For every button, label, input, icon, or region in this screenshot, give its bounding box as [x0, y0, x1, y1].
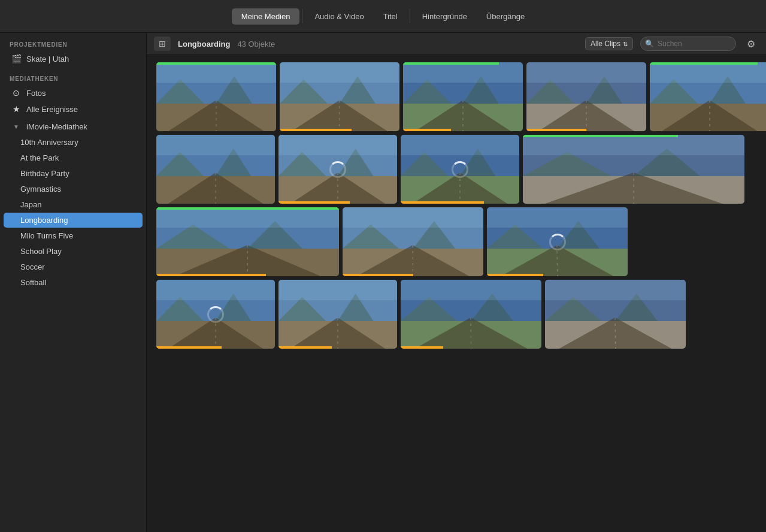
star-icon: ★ [11, 104, 22, 114]
tab-titel[interactable]: Titel [374, 8, 407, 25]
sidebar-item-label: Milo Turns Five [20, 231, 133, 240]
tab-uebergaenge[interactable]: Übergänge [477, 8, 534, 25]
svg-rect-83 [343, 207, 483, 228]
content-count: 43 Objekte [237, 40, 275, 49]
sidebar-item-10th-anniversary[interactable]: 10th Anniversary [4, 135, 143, 150]
main-layout: PROJEKTMEDIEN 🎬 Skate | Utah MEDIATHEKEN… [0, 33, 766, 532]
clip-row [156, 62, 756, 131]
sidebar-item-softball[interactable]: Softball [4, 275, 143, 290]
sidebar-item-fotos[interactable]: ⊙ Fotos [4, 85, 143, 101]
sidebar-item-imovie-library[interactable]: ▼ iMovie-Mediathek [4, 119, 143, 134]
clip-thumbnail[interactable] [650, 62, 766, 131]
clip-green-bar [523, 135, 678, 137]
tab-meine-medien[interactable]: Meine Medien [232, 8, 300, 25]
sidebar-item-label: Softball [20, 278, 133, 287]
clip-thumbnail[interactable] [526, 62, 646, 131]
svg-rect-20 [403, 62, 523, 83]
sidebar-item-label: Soccer [20, 262, 133, 271]
clip-thumbnail[interactable] [156, 135, 275, 204]
clip-thumbnail[interactable] [401, 135, 519, 204]
mediatheken-section-label: MEDIATHEKEN [0, 67, 146, 84]
clip-spinner [549, 234, 566, 250]
tab-hintergruende[interactable]: Hintergründe [413, 8, 477, 25]
top-navigation: Meine Medien Audio & Video Titel Hinterg… [0, 0, 766, 33]
sidebar-item-label: Birthday Party [20, 169, 133, 178]
svg-rect-97 [156, 280, 275, 300]
clip-orange-bar [401, 201, 484, 204]
clip-orange-bar [278, 201, 350, 204]
sidebar-item-label: Alle Ereignisse [26, 105, 133, 114]
clip-orange-bar [403, 129, 451, 131]
clip-spinner [452, 161, 468, 178]
fotos-icon: ⊙ [11, 88, 22, 98]
clip-thumbnail[interactable] [343, 207, 483, 276]
sidebar-item-school-play[interactable]: School Play [4, 244, 143, 259]
content-toolbar: ⊞ Longboarding 43 Objekte Alle Clips ⇅ 🔍… [147, 33, 766, 55]
svg-rect-27 [526, 62, 646, 83]
clip-orange-bar [401, 346, 443, 349]
clip-row [156, 280, 756, 349]
sidebar-item-gymnastics[interactable]: Gymnastics [4, 182, 143, 197]
sidebar-item-birthday-party[interactable]: Birthday Party [4, 166, 143, 181]
toggle-view-button[interactable]: ⊞ [154, 37, 171, 51]
clip-grid [147, 55, 766, 532]
svg-rect-118 [545, 280, 686, 300]
sidebar-item-at-the-park[interactable]: At the Park [4, 150, 143, 165]
sidebar-item-label: iMovie-Mediathek [26, 122, 133, 131]
clip-orange-bar [156, 346, 222, 349]
clips-filter-label: Alle Clips [591, 40, 620, 48]
clip-thumbnail[interactable] [278, 280, 397, 349]
svg-rect-13 [280, 62, 399, 83]
sidebar-item-label: Gymnastics [20, 185, 133, 194]
clips-filter-dropdown[interactable]: Alle Clips ⇅ [585, 37, 633, 50]
sidebar-item-alle-ereignisse[interactable]: ★ Alle Ereignisse [4, 101, 143, 117]
clip-orange-bar [526, 129, 586, 131]
clip-green-bar [156, 62, 276, 65]
svg-rect-104 [278, 280, 397, 300]
sidebar-item-milo-turns-five[interactable]: Milo Turns Five [4, 228, 143, 243]
svg-rect-111 [401, 280, 541, 300]
divider-1 [302, 9, 302, 23]
clip-thumbnail[interactable] [403, 62, 523, 131]
svg-rect-34 [650, 62, 766, 83]
settings-button[interactable]: ⚙ [743, 37, 759, 51]
sidebar: PROJEKTMEDIEN 🎬 Skate | Utah MEDIATHEKEN… [0, 33, 147, 532]
clip-thumbnail[interactable] [523, 135, 744, 204]
svg-rect-6 [156, 62, 276, 83]
content-title: Longboarding [178, 40, 230, 49]
sidebar-item-skate-utah[interactable]: 🎬 Skate | Utah [4, 51, 143, 66]
clip-thumbnail[interactable] [156, 280, 275, 349]
svg-rect-90 [487, 207, 628, 228]
divider-2 [410, 9, 410, 23]
sidebar-item-label: School Play [20, 247, 133, 256]
clip-thumbnail[interactable] [156, 207, 339, 276]
clip-spinner [207, 306, 224, 323]
sidebar-item-soccer[interactable]: Soccer [4, 259, 143, 274]
clip-thumbnail[interactable] [280, 62, 399, 131]
search-input[interactable] [640, 37, 736, 51]
sidebar-item-label: Longboarding [20, 216, 133, 225]
clip-thumbnail[interactable] [156, 62, 276, 131]
svg-rect-48 [156, 135, 275, 155]
content-area: ⊞ Longboarding 43 Objekte Alle Clips ⇅ 🔍… [147, 33, 766, 532]
search-wrapper: 🔍 [640, 37, 736, 51]
clip-orange-bar [278, 346, 332, 349]
clip-green-bar [156, 207, 339, 210]
sidebar-item-japan[interactable]: Japan [4, 197, 143, 212]
svg-rect-62 [401, 135, 519, 155]
clip-thumbnail[interactable] [278, 135, 397, 204]
chevron-up-down-icon: ⇅ [623, 41, 628, 47]
clip-thumbnail[interactable] [545, 280, 686, 349]
tab-audio-video[interactable]: Audio & Video [305, 8, 373, 25]
chevron-down-icon: ▼ [11, 123, 22, 130]
clip-thumbnail[interactable] [487, 207, 628, 276]
clip-spinner [329, 161, 346, 178]
clip-orange-bar [343, 274, 413, 276]
clip-thumbnail[interactable] [401, 280, 541, 349]
clip-green-bar [650, 62, 758, 65]
sidebar-item-longboarding[interactable]: Longboarding [4, 213, 143, 228]
search-icon: 🔍 [645, 40, 654, 48]
sidebar-item-label: Japan [20, 200, 133, 209]
film-icon: 🎬 [11, 54, 22, 64]
svg-rect-69 [523, 135, 744, 155]
